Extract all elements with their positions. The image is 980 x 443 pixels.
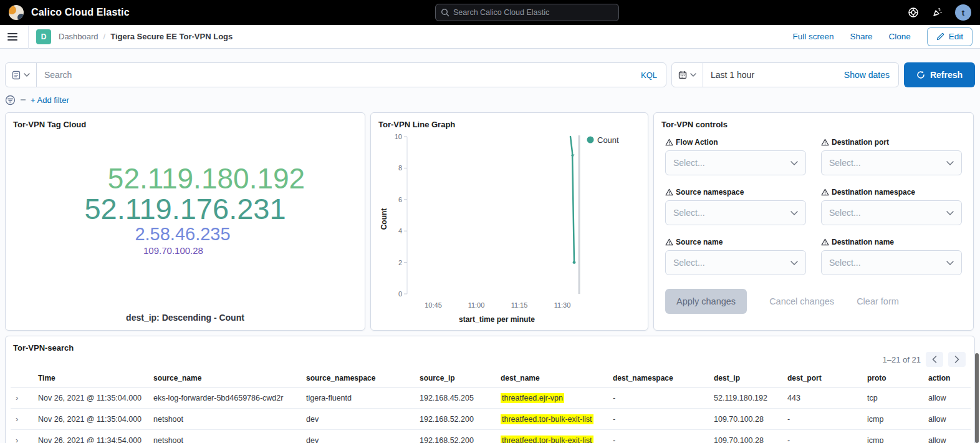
column-header: dest_ip xyxy=(709,369,782,387)
full-screen-button[interactable]: Full screen xyxy=(792,32,833,41)
control-source-namespace: Source namespace Select... xyxy=(665,188,806,225)
flow-action-select[interactable]: Select... xyxy=(665,150,806,175)
cell-dest-port: - xyxy=(782,430,862,443)
control-destination-port: Destination port Select... xyxy=(821,138,962,175)
cell-dest-port: - xyxy=(782,409,862,430)
cell-action: allow xyxy=(923,409,971,430)
global-search-input[interactable] xyxy=(453,8,613,17)
saved-query-menu[interactable] xyxy=(6,63,37,87)
chevron-right-icon xyxy=(954,356,959,363)
cell-source-ip: 192.168.45.205 xyxy=(415,387,496,409)
cell-time: Nov 26, 2021 @ 11:35:04.000 xyxy=(33,387,148,409)
panel-line-graph: Tor-VPN Line Graph 10 8 6 4 2 0 10:45 11… xyxy=(370,112,648,331)
expand-row-icon[interactable]: › xyxy=(16,393,18,402)
filter-icon[interactable] xyxy=(5,95,16,105)
x-tick: 11:30 xyxy=(554,301,571,309)
next-page-button[interactable] xyxy=(948,352,966,367)
breadcrumb: Dashboard / Tigera Secure EE Tor-VPN Log… xyxy=(59,32,233,41)
pagination: 1–21 of 21 xyxy=(883,352,966,367)
chevron-down-icon xyxy=(790,211,798,215)
panel-title: Tor-VPN Line Graph xyxy=(371,113,648,129)
saved-query-icon xyxy=(12,71,21,80)
column-header: dest_namespace xyxy=(608,369,709,387)
global-search[interactable] xyxy=(435,4,619,21)
help-icon[interactable] xyxy=(908,7,919,18)
chevron-down-icon xyxy=(946,261,954,265)
column-header: dest_port xyxy=(782,369,862,387)
search-icon xyxy=(441,8,449,17)
x-tick: 11:15 xyxy=(511,301,528,309)
chevron-left-icon xyxy=(932,356,937,363)
cell-dest-namespace: - xyxy=(608,430,709,443)
tag-cloud-item[interactable]: 52.119.176.231 xyxy=(84,194,286,225)
source-namespace-select[interactable]: Select... xyxy=(665,200,806,225)
tag-cloud-item[interactable]: 109.70.100.28 xyxy=(143,246,203,256)
prev-page-button[interactable] xyxy=(926,352,943,367)
x-axis-label: start_time per minute xyxy=(459,315,535,324)
table-row: › Nov 26, 2021 @ 11:35:04.000 netshoot d… xyxy=(11,409,971,430)
series-point[interactable] xyxy=(573,261,576,264)
edit-button[interactable]: Edit xyxy=(927,27,973,46)
cell-source-namespace: dev xyxy=(301,409,415,430)
panel-tag-cloud: Tor-VPN Tag Cloud 52.119.180.192 52.119.… xyxy=(5,112,365,331)
cell-source-namespace: tigera-fluentd xyxy=(301,387,415,409)
tag-cloud-caption: dest_ip: Descending - Count xyxy=(6,313,365,323)
dash-icon xyxy=(21,99,26,100)
cell-source-namespace: dev xyxy=(301,430,415,443)
newsfeed-icon[interactable] xyxy=(931,7,943,18)
query-input-wrap: KQL xyxy=(5,62,666,87)
tag-cloud-item[interactable]: 52.119.180.192 xyxy=(108,164,305,194)
x-tick: 10:45 xyxy=(425,301,442,309)
refresh-icon xyxy=(916,71,925,79)
show-dates-button[interactable]: Show dates xyxy=(844,70,898,80)
warning-icon xyxy=(665,188,673,196)
apply-changes-button[interactable]: Apply changes xyxy=(665,289,747,314)
line-chart[interactable]: 10 8 6 4 2 0 10:45 11:00 11:15 11:30 Co xyxy=(378,132,643,326)
share-button[interactable]: Share xyxy=(850,32,872,41)
control-destination-namespace: Destination namespace Select... xyxy=(821,188,962,225)
destination-port-select[interactable]: Select... xyxy=(821,150,962,175)
y-tick: 0 xyxy=(398,290,402,298)
expand-row-icon[interactable]: › xyxy=(16,436,18,443)
refresh-button[interactable]: Refresh xyxy=(904,62,975,87)
kql-button[interactable]: KQL xyxy=(632,71,666,80)
warning-icon xyxy=(821,139,829,146)
query-search-input[interactable] xyxy=(37,70,632,80)
search-results-table: Time source_name source_namespace source… xyxy=(11,369,971,443)
column-header: action xyxy=(923,369,971,387)
cell-dest-name: threatfeed.ejr-vpn xyxy=(496,387,608,409)
y-tick: 2 xyxy=(398,259,402,266)
legend-label[interactable]: Count xyxy=(597,135,619,145)
time-range-value[interactable]: Last 1 hour xyxy=(703,70,844,80)
expand-row-icon[interactable]: › xyxy=(16,414,18,424)
cell-dest-name: threatfeed.tor-bulk-exit-list xyxy=(496,430,608,443)
menu-icon[interactable] xyxy=(7,25,29,49)
cell-time: Nov 26, 2021 @ 11:35:04.000 xyxy=(33,409,148,430)
destination-name-select[interactable]: Select... xyxy=(821,250,962,275)
warning-icon xyxy=(665,139,673,146)
cancel-changes-button[interactable]: Cancel changes xyxy=(769,296,834,306)
calendar-menu[interactable] xyxy=(672,63,703,87)
control-flow-action: Flow Action Select... xyxy=(665,138,806,175)
dashboard-badge[interactable]: D xyxy=(36,29,51,44)
tag-cloud-item[interactable]: 2.58.46.235 xyxy=(135,225,230,243)
chevron-down-icon xyxy=(790,161,798,165)
brand[interactable]: Calico Cloud Elastic xyxy=(9,5,130,20)
destination-namespace-select[interactable]: Select... xyxy=(821,200,962,225)
user-avatar[interactable]: t xyxy=(955,4,971,21)
y-axis-label: Count xyxy=(380,208,388,230)
breadcrumb-dashboard-link[interactable]: Dashboard xyxy=(59,32,98,41)
clone-button[interactable]: Clone xyxy=(888,32,910,41)
page-scrollbar[interactable] xyxy=(975,353,979,443)
column-header: Time xyxy=(33,369,148,387)
source-name-select[interactable]: Select... xyxy=(665,250,806,275)
panel-search-table: Tor-VPN-search 1–21 of 21 Time source_na… xyxy=(5,336,975,443)
tag-cloud: 52.119.180.192 52.119.176.231 2.58.46.23… xyxy=(6,164,365,255)
panel-title: Tor-VPN Tag Cloud xyxy=(6,113,365,129)
control-destination-name: Destination name Select... xyxy=(821,238,962,275)
x-tick: 11:00 xyxy=(468,301,485,309)
clear-form-button[interactable]: Clear form xyxy=(857,296,899,306)
y-tick: 4 xyxy=(398,227,402,235)
add-filter-button[interactable]: + Add filter xyxy=(31,95,69,105)
control-source-name: Source name Select... xyxy=(665,238,806,275)
